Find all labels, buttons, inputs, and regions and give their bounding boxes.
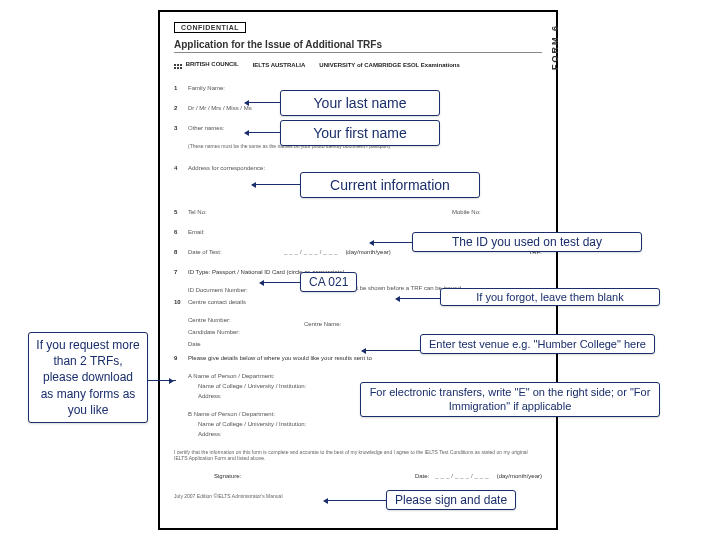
field-tel: Tel No: xyxy=(188,209,278,215)
field-email: Email: xyxy=(188,229,278,235)
field-centre-name: Centre Name: xyxy=(304,321,542,327)
field-cand-number: Candidate Number: xyxy=(188,329,240,335)
callout-electronic: For electronic transfers, write "E" on t… xyxy=(360,382,660,417)
recipient-b-address: Address: xyxy=(198,431,542,437)
callout-first-name: Your first name xyxy=(280,120,440,146)
callout-sign-date: Please sign and date xyxy=(386,490,516,510)
callout-current-info: Current information xyxy=(300,172,480,198)
logo-row: BRITISH COUNCIL IELTS AUSTRALIA UNIVERSI… xyxy=(174,57,542,73)
british-council-logo: BRITISH COUNCIL xyxy=(174,61,239,69)
callout-id-used: The ID you used on test day xyxy=(412,232,642,252)
field-title-salutation: Dr / Mr / Mrs / Miss / Ms xyxy=(188,105,252,111)
field-test-date: Date of Test: xyxy=(188,249,278,255)
ielts-logo: IELTS AUSTRALIA xyxy=(253,62,306,68)
field-results-dest: Please give details below of where you w… xyxy=(188,355,372,361)
field-mobile: Mobile No: xyxy=(452,209,542,215)
callout-venue: Enter test venue e.g. "Humber College" h… xyxy=(420,334,655,354)
form-title: Application for the Issue of Additional … xyxy=(174,39,542,53)
signature-label: Signature: xyxy=(214,473,241,479)
field-other-names: Other names: xyxy=(188,125,278,131)
recipient-b-college: Name of College / University / Instituti… xyxy=(198,421,542,427)
callout-last-name: Your last name xyxy=(280,90,440,116)
field-family-name: Family Name: xyxy=(188,85,278,91)
field-address: Address for correspondence: xyxy=(188,165,265,171)
callout-forgot: If you forgot, leave them blank xyxy=(440,288,660,306)
declaration: I certify that the information on this f… xyxy=(174,449,542,461)
field-centre-contacts: Centre contact details xyxy=(188,299,278,305)
cambridge-logo: UNIVERSITY of CAMBRIDGE ESOL Examination… xyxy=(319,62,459,68)
callout-ca021: CA 021 xyxy=(300,272,357,292)
confidential-label: CONFIDENTIAL xyxy=(174,22,246,33)
application-form: CONFIDENTIAL FORM 6 Application for the … xyxy=(158,10,558,530)
recipient-a: A Name of Person / Department: xyxy=(188,373,542,379)
callout-request-more: If you request more than 2 TRFs, please … xyxy=(28,332,148,423)
form-number: FORM 6 xyxy=(550,24,560,70)
date-bottom-label: Date: xyxy=(415,473,429,479)
